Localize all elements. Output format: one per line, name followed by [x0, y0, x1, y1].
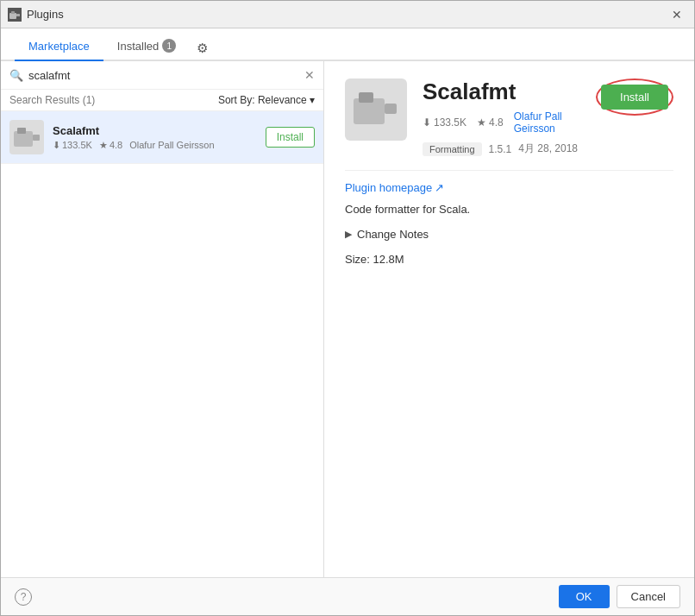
install-button-list[interactable]: Install [266, 127, 315, 148]
tabs-bar: Marketplace Installed 1 ⚙ [1, 28, 694, 61]
detail-downloads: ⬇ 133.5K [423, 116, 466, 129]
plugin-logo-large [345, 79, 407, 141]
download-count: ⬇ 133.5K [53, 140, 92, 151]
titlebar: Plugins ✕ [1, 1, 694, 28]
change-notes-row[interactable]: ▶ Change Notes [345, 228, 673, 241]
sort-chevron-icon: ▾ [310, 94, 315, 106]
detail-rating: ★ 4.8 [477, 116, 504, 129]
date-text: 4月 28, 2018 [518, 141, 578, 156]
help-icon[interactable]: ? [15, 588, 32, 606]
window-title: Plugins [27, 8, 64, 21]
divider-1 [345, 170, 673, 171]
install-button-detail[interactable]: Install [601, 85, 668, 110]
ok-button[interactable]: OK [559, 585, 610, 608]
sort-by-dropdown[interactable]: Sort By: Relevance ▾ [218, 94, 315, 106]
tab-marketplace[interactable]: Marketplace [15, 33, 103, 61]
plugin-tags: Formatting 1.5.1 4月 28, 2018 [423, 141, 582, 156]
cancel-button[interactable]: Cancel [617, 585, 680, 608]
svg-rect-1 [11, 11, 15, 14]
content-area: 🔍 ✕ Search Results (1) Sort By: Relevanc… [1, 61, 694, 577]
installed-badge: 1 [162, 39, 176, 53]
left-panel: 🔍 ✕ Search Results (1) Sort By: Relevanc… [1, 61, 324, 577]
category-tag: Formatting [423, 142, 482, 156]
svg-rect-4 [17, 128, 26, 134]
svg-rect-0 [9, 13, 16, 19]
svg-rect-7 [359, 92, 373, 103]
bottom-buttons: OK Cancel [559, 585, 680, 608]
size-text: Size: 12.8M [345, 253, 673, 266]
plugin-stats: ⬇ 133.5K ★ 4.8 Olafur Pall Geirsson [423, 110, 582, 135]
install-highlight-oval: Install [596, 79, 673, 116]
description-text: Code formatter for Scala. [345, 203, 673, 216]
plugin-icon [8, 8, 22, 22]
bottom-bar: ? OK Cancel [1, 577, 694, 615]
svg-rect-5 [33, 135, 40, 141]
search-clear-button[interactable]: ✕ [304, 68, 315, 82]
svg-rect-8 [385, 104, 397, 114]
rating: ★ 4.8 [99, 140, 122, 151]
plugin-logo-small [9, 120, 44, 154]
tab-installed[interactable]: Installed 1 [103, 32, 190, 61]
results-header: Search Results (1) Sort By: Relevance ▾ [1, 90, 323, 111]
titlebar-left: Plugins [8, 8, 64, 22]
close-button[interactable]: ✕ [667, 7, 687, 22]
search-bar: 🔍 ✕ [1, 61, 323, 90]
settings-gear-icon[interactable]: ⚙ [190, 35, 215, 61]
plugin-list: Scalafmt ⬇ 133.5K ★ 4.8 Olafur Pall Geir… [1, 111, 323, 577]
plugin-header: Scalafmt ⬇ 133.5K ★ 4.8 Olafur Pall Geir… [345, 79, 673, 156]
homepage-link[interactable]: Plugin homepage ↗ [345, 181, 444, 194]
plugin-meta: ⬇ 133.5K ★ 4.8 Olafur Pall Geirsson [53, 140, 266, 151]
plugin-name: Scalafmt [53, 124, 266, 137]
change-notes-chevron-icon: ▶ [345, 229, 352, 240]
author-small: Olafur Pall Geirsson [129, 140, 214, 150]
author-link[interactable]: Olafur Pall Geirsson [514, 110, 582, 135]
results-count: Search Results (1) [9, 94, 95, 106]
plugin-title-area: Scalafmt ⬇ 133.5K ★ 4.8 Olafur Pall Geir… [423, 79, 582, 156]
search-icon: 🔍 [9, 69, 23, 82]
change-notes-label: Change Notes [357, 228, 429, 241]
right-panel: Scalafmt ⬇ 133.5K ★ 4.8 Olafur Pall Geir… [324, 61, 694, 577]
list-item[interactable]: Scalafmt ⬇ 133.5K ★ 4.8 Olafur Pall Geir… [1, 111, 323, 164]
search-input[interactable] [28, 69, 299, 82]
install-button-wrapper: Install [582, 79, 673, 116]
svg-rect-2 [16, 14, 20, 16]
plugins-dialog: Plugins ✕ Marketplace Installed 1 ⚙ 🔍 ✕ … [0, 0, 695, 616]
plugin-info: Scalafmt ⬇ 133.5K ★ 4.8 Olafur Pall Geir… [53, 124, 266, 151]
version-text: 1.5.1 [489, 143, 512, 155]
plugin-title: Scalafmt [423, 79, 582, 105]
